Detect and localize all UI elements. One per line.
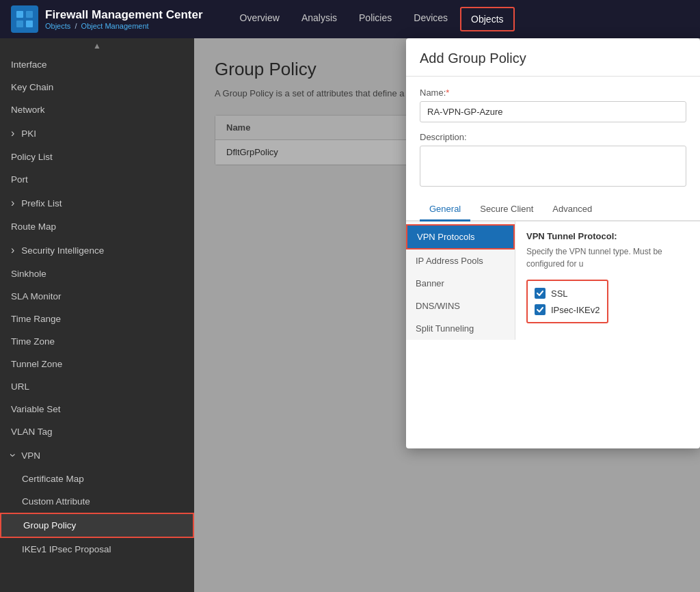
nav-items: Overview Analysis Policies Devices Objec… [230, 7, 689, 31]
sidebar-item-routemap[interactable]: Route Map [0, 215, 194, 238]
sidebar-item-tunnelzone[interactable]: Tunnel Zone [0, 353, 194, 375]
nav-devices[interactable]: Devices [404, 7, 457, 31]
sidebar-item-slamonitor[interactable]: SLA Monitor [0, 285, 194, 308]
tab-advanced[interactable]: Advanced [543, 198, 602, 221]
app-title: Firewall Management Center [45, 8, 203, 22]
sidebar-item-policylist[interactable]: Policy List [0, 146, 194, 168]
description-field-group: Description: [420, 132, 686, 189]
sidebar-item-interface[interactable]: Interface [0, 53, 194, 76]
nav-analysis[interactable]: Analysis [292, 7, 347, 31]
vpn-protocol-checkboxes: SSL IPsec-IKEv2 [526, 280, 608, 323]
sidebar-item-pki[interactable]: PKI [0, 121, 194, 146]
panel-title: VPN Tunnel Protocol: [526, 231, 689, 241]
add-group-policy-modal: Add Group Policy Name:* Description: [406, 38, 700, 448]
name-field-group: Name:* [420, 88, 686, 122]
sidebar-item-variableset[interactable]: Variable Set [0, 398, 194, 420]
sidebar-item-vpn[interactable]: VPN [0, 443, 194, 468]
modal-nav-sidebar: VPN Protocols IP Address Pools Banner DN… [406, 221, 515, 340]
modal-nav-banner[interactable]: Banner [406, 272, 515, 295]
tab-general[interactable]: General [420, 198, 470, 221]
svg-rect-3 [26, 21, 33, 27]
sidebar-item-url[interactable]: URL [0, 375, 194, 398]
modal-nav-ipaddresspools[interactable]: IP Address Pools [406, 250, 515, 272]
modal-header: Add Group Policy [406, 38, 700, 77]
ssl-checkbox-item: SSL [535, 288, 600, 299]
sidebar-item-timezone[interactable]: Time Zone [0, 330, 194, 353]
svg-rect-2 [16, 21, 23, 27]
scroll-up-indicator: ▲ [0, 38, 194, 53]
modal-nav-vpnprotocols[interactable]: VPN Protocols [406, 224, 515, 250]
ssl-checkbox[interactable] [535, 288, 546, 299]
modal-inner: VPN Protocols IP Address Pools Banner DN… [406, 221, 700, 340]
modal-nav-splittunneling[interactable]: Split Tunneling [406, 317, 515, 340]
ipsec-ikev2-label: IPsec-IKEv2 [551, 305, 600, 315]
modal-panel: VPN Tunnel Protocol: Specify the VPN tun… [515, 221, 700, 340]
sidebar-item-timerange[interactable]: Time Range [0, 308, 194, 330]
app-subtitle: Objects / Object Management [45, 22, 203, 30]
panel-description: Specify the VPN tunnel type. Must be con… [526, 245, 689, 270]
ipsec-ikev2-checkbox[interactable] [535, 304, 546, 315]
name-label: Name:* [420, 88, 686, 98]
brand-icon [11, 5, 38, 33]
sidebar-item-prefixlist[interactable]: Prefix List [0, 191, 194, 215]
description-input[interactable] [420, 146, 686, 187]
sidebar-item-ikev1[interactable]: IKEv1 IPsec Proposal [0, 538, 194, 561]
subtitle-link[interactable]: Object Management [81, 22, 149, 30]
name-input[interactable] [420, 101, 686, 122]
svg-rect-0 [16, 11, 23, 18]
sidebar-item-certificatemap[interactable]: Certificate Map [0, 468, 194, 490]
subtitle-prefix: Objects [45, 22, 70, 30]
sidebar-item-keychain[interactable]: Key Chain [0, 76, 194, 98]
sidebar-item-port[interactable]: Port [0, 168, 194, 191]
sidebar-item-vlantag[interactable]: VLAN Tag [0, 420, 194, 443]
modal-title: Add Group Policy [420, 51, 686, 66]
sidebar-item-network[interactable]: Network [0, 98, 194, 121]
nav-objects[interactable]: Objects [460, 7, 514, 31]
sidebar-item-securityintelligence[interactable]: Security Intelligence [0, 238, 194, 263]
modal-body: Name:* Description: General Secure Clien… [406, 77, 700, 448]
ssl-label: SSL [551, 288, 568, 299]
sidebar: ▲ Interface Key Chain Network PKI Policy… [0, 38, 194, 592]
tab-secureclient[interactable]: Secure Client [470, 198, 543, 221]
nav-policies[interactable]: Policies [349, 7, 401, 31]
brand-text: Firewall Management Center Objects / Obj… [45, 8, 203, 30]
sidebar-item-sinkhole[interactable]: Sinkhole [0, 263, 194, 285]
svg-rect-1 [26, 11, 33, 18]
sidebar-item-customattribute[interactable]: Custom Attribute [0, 490, 194, 513]
main-layout: ▲ Interface Key Chain Network PKI Policy… [0, 38, 700, 592]
sidebar-item-grouppolicy[interactable]: Group Policy [0, 513, 194, 538]
ipsec-ikev2-checkbox-item: IPsec-IKEv2 [535, 304, 600, 315]
nav-overview[interactable]: Overview [230, 7, 289, 31]
modal-nav-dnswins[interactable]: DNS/WINS [406, 295, 515, 317]
modal-overlay: Add Group Policy Name:* Description: [194, 38, 700, 592]
brand: Firewall Management Center Objects / Obj… [11, 5, 203, 33]
modal-tabs: General Secure Client Advanced [406, 198, 700, 221]
main-content: Group Policy A Group Policy is a set of … [194, 38, 700, 592]
top-navigation: Firewall Management Center Objects / Obj… [0, 0, 700, 38]
description-label: Description: [420, 132, 686, 142]
